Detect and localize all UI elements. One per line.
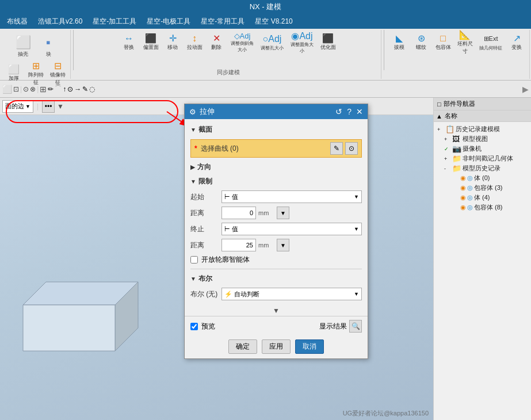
tree-item-1[interactable]: + 🖼 模型视图 — [436, 134, 529, 144]
select-curve-row: * 选择曲线 (0) ✎ ⊙ — [190, 139, 362, 158]
tb2-icon-9[interactable]: ⊙ — [67, 85, 73, 93]
tb2-arrow-right[interactable]: ▶ — [522, 85, 529, 94]
dist1-dropdown[interactable]: ▼ — [277, 207, 289, 219]
menu-jiagong[interactable]: 星空-加工工具 — [88, 16, 141, 28]
dialog-title-left: ⚙ 拉伸 — [189, 106, 215, 117]
sel-dropdown-arrow: ▼ — [25, 104, 30, 109]
cancel-button[interactable]: 取消 — [295, 339, 324, 354]
tongbu-label: 同步建模 — [217, 68, 240, 78]
tb2-icon-10[interactable]: → — [74, 85, 81, 93]
dist1-input[interactable] — [221, 207, 256, 219]
tb2-icon-11[interactable]: ✎ — [82, 85, 88, 93]
start-select[interactable]: ⊢ 值 ▼ — [221, 190, 362, 203]
nav-col-header: ▲ 名称 — [434, 110, 531, 122]
tb2-icon-8[interactable]: ↑ — [63, 85, 66, 93]
btn-luowen-label: 螺纹 — [416, 44, 426, 51]
btn-shanchu[interactable]: ✕ 删除 — [206, 31, 227, 53]
menu-haoduan[interactable]: 浩锻工具v2.60 — [33, 16, 87, 28]
param-row-bool: 布尔 (无) ⚡ 自动判断 ▼ — [190, 286, 362, 302]
btn-peiliao-label: 坯料尺寸 — [456, 40, 473, 55]
btn-jingxiang[interactable]: ⊟ 镜像特征 — [47, 62, 68, 84]
tree-item-5[interactable]: ◉ ◎ 体 (0) — [436, 173, 529, 183]
tree-label-0: 历史记录建模模 — [456, 125, 500, 133]
section-header-jiemian[interactable]: ▼ 截面 — [190, 123, 362, 137]
btn-yidong[interactable]: ✛ 移动 — [162, 31, 183, 53]
apply-button[interactable]: 应用 — [262, 339, 291, 354]
tree-item-2[interactable]: ✓ 📷 摄像机 — [436, 144, 529, 154]
dialog-reset-btn[interactable]: ↺ — [335, 107, 342, 116]
ok-button[interactable]: 确定 — [228, 339, 257, 354]
sel-down-arrow[interactable]: ▼ — [57, 102, 64, 110]
select-icon-1[interactable]: ✎ — [330, 142, 343, 155]
btn-bamo[interactable]: ◣ 拔模 — [389, 31, 410, 53]
preview-row: 预览 — [190, 322, 215, 331]
expand-btn[interactable]: ▼ — [185, 306, 368, 316]
btn-zhenlie[interactable]: ⊞ 阵列特征 — [25, 62, 46, 84]
preview-checkbox[interactable] — [190, 323, 198, 330]
ladong-icon: ↕ — [188, 33, 201, 44]
btn-diaojie[interactable]: ◇Adj 调整倒斜角大小 — [228, 31, 257, 53]
show-result-btn[interactable]: 🔍 — [349, 320, 362, 333]
btn-pianzhi[interactable]: ⬛ 偏置面 — [140, 31, 161, 53]
btn-shanchu-label: 删除 — [211, 44, 221, 51]
dialog-help-btn[interactable]: ? — [347, 107, 352, 116]
btn-peiliao[interactable]: 📐 坯料尺寸 — [454, 31, 475, 53]
dist2-dropdown[interactable]: ▼ — [277, 239, 289, 251]
dist1-unit: mm — [258, 209, 274, 216]
btn-chouke[interactable]: ⬜ 抽壳 — [11, 31, 35, 61]
bool-select[interactable]: ⚡ 自动判断 ▼ — [221, 288, 362, 300]
menu-buixianqi[interactable]: 布线器 — [2, 16, 32, 28]
end-select[interactable]: ⊢ 值 ▼ — [221, 223, 362, 235]
select-icon-2[interactable]: ⊙ — [345, 142, 358, 155]
section-arrow-xianzhi: ▼ — [190, 178, 196, 185]
yidong-icon: ✛ — [166, 33, 179, 44]
btn-kuai[interactable]: ▪ 块 — [36, 31, 60, 61]
chouke-icon: ⬜ — [15, 35, 31, 51]
tb2-sep: | — [20, 85, 22, 93]
tb2-icon-2[interactable]: ⊡ — [13, 85, 19, 93]
btn-jiaho[interactable]: ⬜ 加厚 — [3, 62, 24, 84]
btn-youhua[interactable]: ⬛ 优化面 — [318, 31, 338, 53]
youhua-icon: ⬛ — [322, 33, 334, 44]
selection-filter-dropdown[interactable]: 面的边 ▼ — [2, 100, 33, 113]
btn-tihuan[interactable]: ↔ 替换 — [119, 31, 139, 53]
section-header-fangxiang[interactable]: ▶ 方向 — [190, 160, 362, 174]
tb2-icon-1[interactable]: ⬜ — [2, 85, 12, 94]
tb2-icon-6[interactable]: ✏ — [48, 85, 54, 93]
btn-luowen[interactable]: ⊛ 螺纹 — [411, 31, 431, 53]
tb2-sep2: | — [37, 85, 39, 93]
sel-more-btn[interactable]: ••• — [42, 100, 55, 113]
tree-item-6[interactable]: ◉ ◎ 包容体 (3) — [436, 183, 529, 193]
param-row-start: 起始 ⊢ 值 ▼ — [190, 189, 362, 205]
section-header-bool[interactable]: ▼ 布尔 — [190, 272, 362, 286]
tb2-icon-5[interactable]: ⊞ — [40, 85, 47, 94]
section-arrow-jiemian: ▼ — [190, 127, 196, 133]
menu-changyong[interactable]: 星空-常用工具 — [196, 16, 249, 28]
btn-yuanjiao[interactable]: ◉Adj 调整圆角大小 — [288, 31, 316, 53]
dist2-input[interactable] — [221, 239, 256, 251]
dialog-close-btn[interactable]: ✕ — [356, 107, 363, 116]
section-header-xianzhi[interactable]: ▼ 限制 — [190, 174, 362, 189]
tree-item-8[interactable]: ◉ ◎ 包容体 (8) — [436, 203, 529, 212]
tb2-icon-3[interactable]: ⊙ — [23, 85, 29, 93]
tree-item-3[interactable]: + 📁 非时间戳记几何体 — [436, 154, 529, 163]
tb2-icon-4[interactable]: ⊗ — [30, 85, 36, 93]
btn-chou[interactable]: ⊞Ext 抽几何特征 — [476, 31, 505, 53]
menu-dianji[interactable]: 星空-电极工具 — [142, 16, 195, 28]
tb2-icon-7[interactable]: ⌒ — [55, 84, 62, 94]
tree-label-6: 包容体 (3) — [474, 184, 503, 192]
action-buttons: 确定 应用 取消 — [185, 336, 368, 358]
menu-xingkong[interactable]: 星空 V8.210 — [250, 16, 297, 28]
bamo-icon: ◣ — [393, 33, 406, 44]
btn-ladong[interactable]: ↕ 拉动面 — [184, 31, 205, 53]
btn-baorongt[interactable]: □ 包容体 — [433, 31, 453, 53]
btn-kongda[interactable]: ○Adj 调整孔大小 — [258, 31, 286, 53]
tree-item-4[interactable]: - 📁 模型历史记录 — [436, 163, 529, 173]
tb2-icon-12[interactable]: ◌ — [89, 85, 95, 93]
open-contour-checkbox[interactable] — [190, 256, 198, 264]
tree-item-7[interactable]: ◉ ◎ 体 (4) — [436, 193, 529, 203]
nav-sort-icon[interactable]: ▲ — [436, 113, 442, 120]
btn-bianhuan[interactable]: ↗ 变换 — [506, 31, 527, 53]
tree-item-0[interactable]: + 📋 历史记录建模模 — [436, 124, 529, 134]
viewport[interactable]: 面的边 ▼ | ••• ▼ UG爱 — [0, 98, 433, 420]
